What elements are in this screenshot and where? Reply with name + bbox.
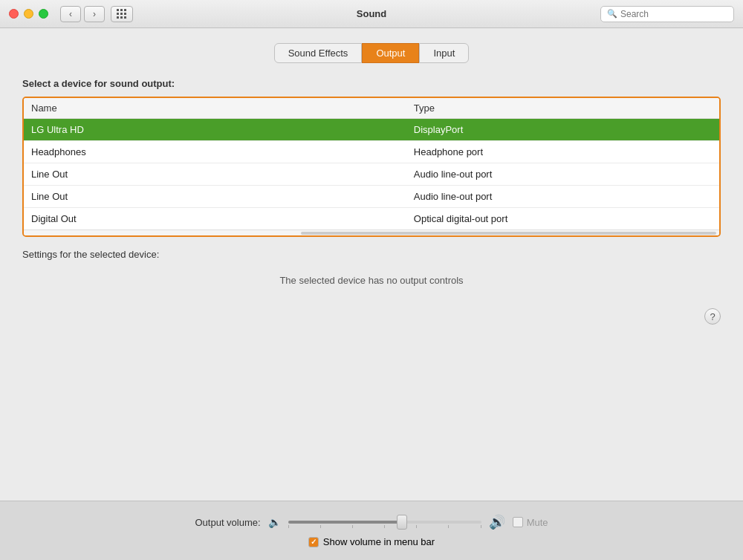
main-content: Sound Effects Output Input Select a devi… (0, 28, 743, 501)
search-input[interactable] (620, 9, 727, 19)
grid-view-button[interactable] (111, 6, 133, 22)
col-header-type: Type (406, 98, 719, 119)
checkmark-icon: ✓ (311, 538, 317, 546)
device-type-cell: Audio line-out port (406, 163, 719, 186)
bottom-bar: Output volume: 🔈 🔊 Mute ✓ Show vol (0, 501, 743, 560)
device-table: Name Type LG Ultra HDDisplayPortHeadphon… (24, 98, 719, 229)
mute-button-area: Mute (513, 517, 548, 528)
show-volume-label: Show volume in menu bar (323, 536, 435, 547)
tab-bar: Sound Effects Output Input (22, 43, 721, 63)
mute-label: Mute (527, 517, 548, 528)
device-name-cell: Digital Out (24, 208, 406, 230)
show-volume-checkbox[interactable]: ✓ (308, 537, 319, 547)
scrollbar-thumb[interactable] (301, 232, 716, 235)
volume-slider-track[interactable] (288, 521, 481, 524)
table-row[interactable]: Digital OutOptical digital-out port (24, 208, 719, 230)
nav-buttons: ‹ › (60, 6, 105, 22)
traffic-lights (9, 9, 48, 19)
device-name-cell: Headphones (24, 141, 406, 163)
volume-low-icon: 🔈 (268, 516, 281, 528)
device-type-cell: DisplayPort (406, 119, 719, 141)
table-row[interactable]: LG Ultra HDDisplayPort (24, 119, 719, 141)
slider-marks (288, 525, 481, 528)
table-row[interactable]: Line OutAudio line-out port (24, 163, 719, 186)
help-button[interactable]: ? (704, 308, 721, 325)
maximize-button[interactable] (39, 9, 48, 19)
volume-row: Output volume: 🔈 🔊 Mute (195, 514, 548, 530)
back-button[interactable]: ‹ (60, 6, 81, 22)
forward-button[interactable]: › (84, 6, 105, 22)
grid-icon (117, 9, 127, 19)
device-type-cell: Headphone port (406, 141, 719, 163)
device-name-cell: Line Out (24, 186, 406, 208)
table-row[interactable]: HeadphonesHeadphone port (24, 141, 719, 163)
minimize-button[interactable] (24, 9, 33, 19)
col-header-name: Name (24, 98, 406, 119)
search-icon: 🔍 (607, 9, 617, 19)
close-button[interactable] (9, 9, 19, 19)
tab-sound-effects[interactable]: Sound Effects (274, 43, 363, 63)
table-row[interactable]: Line OutAudio line-out port (24, 186, 719, 208)
volume-label: Output volume: (195, 517, 260, 528)
mute-checkbox[interactable] (513, 517, 523, 527)
no-controls-message: The selected device has no output contro… (22, 275, 721, 286)
device-table-container: Name Type LG Ultra HDDisplayPortHeadphon… (22, 97, 721, 237)
settings-label: Settings for the selected device: (22, 249, 721, 260)
device-name-cell: Line Out (24, 163, 406, 186)
show-volume-row: ✓ Show volume in menu bar (308, 536, 435, 547)
search-box[interactable]: 🔍 (600, 6, 734, 22)
tab-output[interactable]: Output (362, 43, 419, 63)
device-type-cell: Optical digital-out port (406, 208, 719, 230)
table-header-row: Name Type (24, 98, 719, 119)
window-title: Sound (357, 8, 386, 19)
device-section-heading: Select a device for sound output: (22, 78, 721, 89)
help-button-container: ? (22, 308, 721, 325)
scroll-indicator (24, 229, 719, 235)
tab-input[interactable]: Input (419, 43, 469, 63)
volume-high-icon: 🔊 (489, 514, 505, 530)
device-name-cell: LG Ultra HD (24, 119, 406, 141)
device-type-cell: Audio line-out port (406, 186, 719, 208)
show-volume-checkbox-wrapper[interactable]: ✓ Show volume in menu bar (308, 536, 435, 547)
titlebar: ‹ › Sound 🔍 (0, 0, 743, 28)
volume-slider-thumb[interactable] (397, 515, 407, 530)
